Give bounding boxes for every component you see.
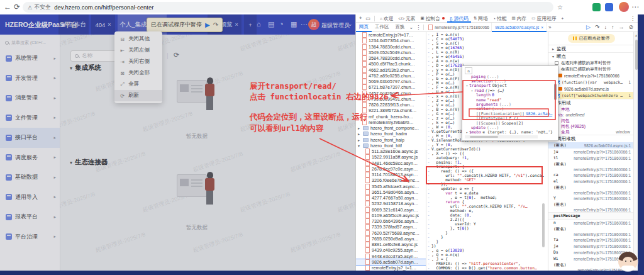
scope-row[interactable]: this: undefined: [548, 112, 634, 118]
gutter-marker[interactable]: -: [426, 111, 431, 116]
breakpoint-entry[interactable]: (self["webpackChunkhzero_… 1: [548, 92, 634, 99]
file-tree-row[interactable]: ▾ hzero_front_hitf: [356, 143, 426, 149]
code-line[interactable]: - , L = o.n(R): [426, 50, 545, 54]
code-line[interactable]: - , Q = o.n(q): [426, 252, 545, 257]
code-line[interactable]: - }: [426, 230, 545, 235]
stack-frame[interactable]: el remoteEntry.js?t=1751860066:1: [548, 178, 634, 184]
caret-icon[interactable]: ▾: [471, 89, 473, 93]
caret-icon[interactable]: ▸: [358, 138, 361, 142]
devtools-tab[interactable]: ◔ 性能: [491, 14, 509, 23]
stack-frame[interactable]: tl remoteEntry.js?t=1751860066:1: [548, 155, 634, 161]
stack-frame[interactable]: (匿名) remoteEntry.js?t=1751860066:1: [548, 184, 634, 195]
gutter-marker[interactable]: -: [426, 59, 431, 63]
code-line[interactable]: - z.Z)({: [426, 217, 545, 222]
code-line[interactable]: - PREFIX: () => "hitf.personalCenter",: [426, 261, 545, 266]
watch-section-header[interactable]: ▸ 监视: [548, 45, 634, 52]
devtools-tab[interactable]: {} 源代码: [447, 14, 471, 23]
device-toolbar-icon[interactable]: ▭: [365, 16, 372, 21]
gutter-marker[interactable]: -: [426, 208, 431, 213]
gutter-marker[interactable]: -: [426, 50, 431, 54]
file-tree-row[interactable]: 2481.46dc58cc.asyn…: [356, 160, 426, 166]
gutter-marker[interactable]: -: [426, 32, 431, 36]
url-bar[interactable]: ⚠不安全 dev.hzero.com.cn/hitf/personal-cent…: [23, 2, 553, 13]
caret-icon[interactable]: ▸: [358, 126, 361, 130]
stack-frame[interactable]: (匿名) remoteEntry.js?t=1751860066:1: [548, 201, 634, 212]
callstack-section-header[interactable]: ▾ 调用堆栈: [548, 135, 634, 142]
file-tree-row[interactable]: 3114.70188613.asyn…: [356, 172, 426, 177]
file-tree-row[interactable]: ▸ hzero_front_hadm: [356, 131, 426, 137]
popup-scrollbar[interactable]: [554, 84, 557, 100]
gutter-marker[interactable]: -: [426, 244, 431, 248]
caret-icon[interactable]: ▸: [358, 132, 361, 136]
navigator-chevron-icon[interactable]: ⌄: [408, 25, 415, 30]
file-tree-row[interactable]: 9439.c40c9255.asyn…: [356, 247, 426, 253]
file-tree-row[interactable]: 4762.a89c0255.chun…: [356, 73, 426, 79]
gutter-marker[interactable]: -: [426, 94, 431, 98]
file-tree-row[interactable]: 4277.47667a50.asyn…: [356, 195, 426, 201]
object-property-row[interactable]: arguments (...): [462, 102, 553, 106]
navigator-tab[interactable]: 工作区: [372, 23, 392, 32]
breakpoint-file-header[interactable]: ▾ 9826.ac5ab07d.async.js: [548, 86, 634, 92]
file-tree-row[interactable]: ▸ hzero_front_haip: [356, 137, 426, 143]
code-line[interactable]: - }, t[0]): [426, 226, 545, 230]
stack-frame[interactable]: ja remoteEntry.js?t=1751860066:1: [548, 243, 634, 249]
file-tree-row[interactable]: 5232.9d158718.asyn…: [356, 201, 426, 206]
gutter-marker[interactable]: -: [426, 45, 431, 50]
code-line[interactable]: - , w = o(45455): [426, 54, 545, 59]
code-line[interactable]: - , I = o.n(v): [426, 32, 545, 36]
code-line[interactable]: - , q = o(13020): [426, 248, 545, 252]
file-tree-row[interactable]: 6721.b87e7397.chun…: [356, 84, 426, 90]
refresh-icon[interactable]: ⟳: [14, 0, 20, 14]
breakpoint-file-header[interactable]: ▾ remoteEntry.js?t=1751860066: [548, 72, 634, 79]
object-property-row[interactable]: selection (...): [462, 79, 553, 83]
back-icon[interactable]: ←: [4, 0, 11, 14]
object-property-row[interactable]: ▾ read ()=> {…}: [462, 88, 553, 93]
file-tree-row[interactable]: 9826.ac5ab07d.asyn…: [356, 259, 426, 265]
code-line[interactable]: - userId: Y: [426, 222, 545, 226]
gutter-marker[interactable]: -: [426, 142, 431, 147]
code-line[interactable]: - , A = o.n(w): [426, 59, 545, 63]
gutter-marker[interactable]: -: [426, 204, 431, 208]
gutter-marker[interactable]: -: [426, 155, 431, 160]
object-property-row[interactable]: caller (...): [462, 107, 553, 111]
gutter-marker[interactable]: -: [426, 186, 431, 191]
devtools-tab[interactable]: ▣ 控制台: [418, 14, 448, 23]
code-line[interactable]: - transport: {: [426, 164, 545, 169]
code-line[interactable]: - }): [426, 244, 545, 248]
gutter-marker[interactable]: -: [426, 195, 431, 199]
extension-icon-blue[interactable]: [605, 3, 613, 11]
file-tree-row[interactable]: ▸ hzero_front_compone…: [356, 125, 426, 131]
devtools-more-icon[interactable]: ⋮: [629, 16, 636, 21]
file-tree-row[interactable]: 7826.22839f13.chun…: [356, 102, 426, 108]
devtools-tab[interactable]: ▭ 应用程序: [529, 14, 558, 23]
gutter-marker[interactable]: -: [426, 129, 431, 133]
file-tree-row[interactable]: remoteEntry.js?t=17…: [356, 32, 426, 38]
file-tree-row[interactable]: 7655.0250d9a6.asyn…: [356, 236, 426, 242]
gutter-marker[interactable]: -: [426, 230, 431, 235]
file-tree-row[interactable]: 4500.d5f7fac3.chunk…: [356, 61, 426, 67]
code-line[interactable]: - , J = {: [426, 257, 545, 261]
code-line[interactable]: - data: (0,: [426, 213, 545, 217]
code-line[interactable]: - return {: [426, 199, 545, 204]
gutter-marker[interactable]: -: [426, 266, 431, 270]
devtools-tab[interactable]: </> 元素: [396, 14, 418, 23]
file-tree-row[interactable]: 3545.af3dcae3.async…: [356, 184, 426, 189]
extension-icon-green[interactable]: [592, 3, 601, 11]
scope-row[interactable]: ▾ 本地: [548, 106, 634, 112]
gutter-marker[interactable]: -: [426, 182, 431, 186]
code-line[interactable]: - , X = () => ({: [426, 151, 545, 155]
popup-hscrollbar[interactable]: [465, 135, 538, 138]
gutter-marker[interactable]: -: [426, 147, 431, 151]
stack-frame[interactable]: postMessage: [548, 212, 634, 220]
stack-frame[interactable]: fa remoteEntry.js?t=1751860066:1: [548, 237, 634, 243]
gutter-marker[interactable]: -: [426, 235, 431, 239]
file-tree-row[interactable]: 1234.6d573f54.chun…: [356, 38, 426, 43]
gutter-marker[interactable]: -: [426, 98, 431, 103]
stack-frame[interactable]: ca remoteEntry.js?t=1751860066:1: [548, 172, 634, 178]
pause-caught-checkbox[interactable]: 在遇到已捕获的异常时暂停: [548, 66, 634, 72]
gutter-marker[interactable]: -: [426, 217, 431, 222]
gutter-marker[interactable]: -: [426, 151, 431, 155]
close-icon[interactable]: ×: [541, 25, 543, 30]
file-tree-row[interactable]: 4662.ad1f13b3.chun…: [356, 67, 426, 73]
code-line[interactable]: - , S = o.n(C): [426, 41, 545, 45]
